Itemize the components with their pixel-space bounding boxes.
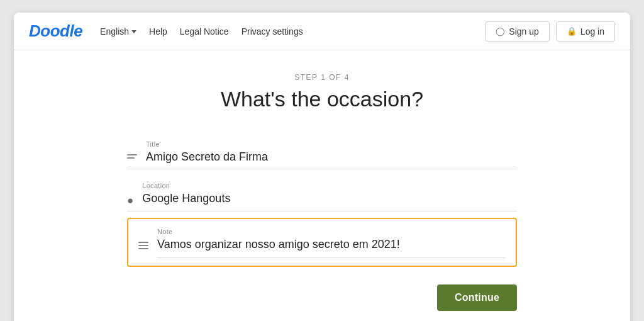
- privacy-settings-link[interactable]: Privacy settings: [242, 26, 303, 37]
- note-icon: [138, 242, 148, 249]
- logo: Doodle: [29, 21, 82, 41]
- note-value[interactable]: Vamos organizar nosso amigo secreto em 2…: [157, 237, 506, 252]
- header-actions: ◯ Sign up 🔒 Log in: [485, 21, 615, 42]
- title-icon: [127, 154, 137, 159]
- note-label: Note: [157, 228, 506, 235]
- continue-button[interactable]: Continue: [437, 284, 517, 311]
- app-window: Doodle English Help Legal Notice Privacy…: [14, 13, 630, 321]
- title-field-inner: Title Amigo Secreto da Firma: [146, 140, 517, 165]
- note-field-row[interactable]: Note Vamos organizar nosso amigo secreto…: [127, 218, 517, 267]
- step-indicator: STEP 1 OF 4: [294, 73, 350, 82]
- location-pin-icon: ●: [127, 194, 133, 207]
- login-button[interactable]: 🔒 Log in: [556, 21, 615, 42]
- signup-button[interactable]: ◯ Sign up: [485, 21, 549, 42]
- location-field-inner: Location Google Hangouts: [142, 182, 517, 206]
- footer-actions: Continue: [127, 284, 517, 311]
- person-icon: ◯: [496, 26, 505, 36]
- page-title: What's the occasion?: [221, 87, 423, 111]
- lock-icon: 🔒: [567, 26, 577, 36]
- language-selector[interactable]: English: [100, 26, 136, 37]
- header: Doodle English Help Legal Notice Privacy…: [14, 13, 630, 50]
- location-value[interactable]: Google Hangouts: [142, 191, 517, 206]
- title-label: Title: [146, 140, 517, 148]
- title-value[interactable]: Amigo Secreto da Firma: [146, 149, 517, 165]
- main-content: STEP 1 OF 4 What's the occasion? Title A…: [14, 50, 630, 321]
- note-field-inner: Note Vamos organizar nosso amigo secreto…: [157, 228, 506, 258]
- language-label: English: [100, 26, 129, 37]
- legal-notice-link[interactable]: Legal Notice: [180, 26, 229, 37]
- chevron-down-icon: [131, 30, 136, 33]
- location-field-row: ● Location Google Hangouts: [127, 176, 517, 211]
- location-label: Location: [142, 182, 517, 189]
- title-field-row: Title Amigo Secreto da Firma: [127, 134, 517, 169]
- help-link[interactable]: Help: [149, 26, 167, 37]
- form-container: Title Amigo Secreto da Firma ● Location …: [127, 134, 517, 273]
